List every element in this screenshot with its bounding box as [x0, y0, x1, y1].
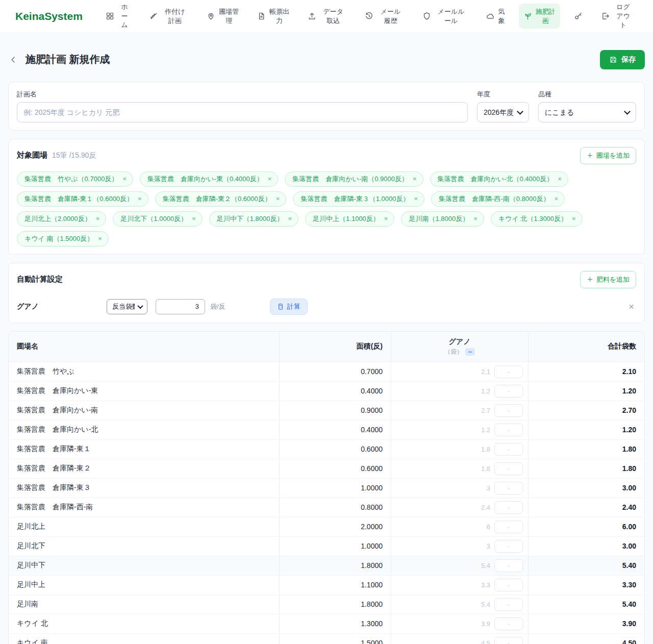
variety-select-wrap: にこまる [538, 102, 636, 122]
calc-method-select[interactable]: 反当袋数 [107, 299, 147, 314]
table-row: 集落営農 倉庫向かい-南 0.9000 2.7 2.70 [9, 401, 644, 420]
row-area: 1.0000 [279, 537, 391, 556]
nav-item-label: 帳票出力 [269, 7, 289, 25]
row-guano-cell: 3 [391, 479, 528, 498]
row-override-input[interactable] [494, 462, 523, 475]
target-fields-summary: 15筆 /15.90反 [52, 151, 96, 160]
remove-chip-icon[interactable]: × [268, 176, 272, 182]
header-total-bags: 合計袋数 [528, 332, 644, 362]
plan-name-input[interactable] [17, 102, 468, 122]
row-override-input[interactable] [494, 365, 523, 378]
year-select[interactable]: 2026年度 [477, 102, 529, 122]
variety-select[interactable]: にこまる [538, 102, 636, 122]
header-field-name: 圃場名 [9, 332, 279, 362]
field-chip-label: 集落営農 倉庫隣-東１（0.6000反） [24, 194, 133, 204]
row-guano-cell: 3.3 [391, 576, 528, 595]
row-override-input[interactable] [494, 404, 523, 417]
nav-item-history[interactable]: メール履歴 [360, 4, 408, 29]
add-field-button[interactable]: 圃場を追加 [580, 147, 636, 164]
row-override-input[interactable] [494, 424, 523, 436]
row-override-input[interactable] [494, 540, 523, 553]
remove-chip-icon[interactable]: × [288, 215, 292, 222]
row-guano-cell: 2.4 [391, 498, 528, 517]
row-override-input[interactable] [494, 443, 523, 456]
row-override-input[interactable] [494, 521, 523, 533]
nav-item-map-pin[interactable]: 圃場管理 [202, 4, 243, 29]
nav-item-upload[interactable]: データ取込 [303, 4, 351, 29]
nav-item-logout[interactable]: ログアウト [596, 0, 638, 33]
nav-item-shield[interactable]: メールルール [418, 4, 472, 29]
row-total-bags: 1.80 [528, 459, 644, 478]
field-chip: 集落営農 倉庫向かい-北（0.4000反） × [430, 171, 568, 187]
nav-item-document[interactable]: 帳票出力 [253, 4, 294, 29]
auto-calc-title: 自動計算設定 [17, 275, 63, 284]
field-chip-label: キウイ 北（1.3000反） [498, 214, 567, 224]
table-row: 集落営農 倉庫隣-東１ 0.6000 1.8 1.80 [9, 439, 644, 459]
row-area: 0.4000 [279, 420, 391, 439]
nav-item-cloud[interactable]: 気象 [482, 4, 510, 29]
field-chip: 集落営農 倉庫隣-東２（0.6000反） × [155, 191, 287, 207]
field-chip-label: 集落営農 倉庫向かい-東（0.4000反） [147, 175, 263, 184]
plus-icon [587, 152, 593, 159]
back-chevron-icon[interactable] [8, 55, 18, 65]
header-area: 面積(反) [279, 332, 391, 362]
row-guano-cell: 2.7 [391, 401, 528, 420]
nav-item-wheat[interactable]: 作付け計画 [145, 4, 193, 29]
remove-chip-icon[interactable]: × [138, 195, 142, 202]
calculate-button[interactable]: 計算 [270, 299, 308, 315]
page-title: 施肥計画 新規作成 [26, 53, 110, 66]
add-fertilizer-button[interactable]: 肥料を追加 [580, 271, 636, 288]
remove-fertilizer-icon[interactable]: × [629, 302, 636, 311]
remove-chip-icon[interactable]: × [192, 215, 196, 222]
plan-form-card: 計画名 年度 2026年度 品種 にこまる [8, 82, 645, 131]
cloud-icon [486, 12, 495, 20]
remove-chip-icon[interactable]: × [572, 215, 576, 222]
remove-chip-icon[interactable]: × [473, 215, 478, 222]
remove-chip-icon[interactable]: × [554, 195, 558, 202]
nav-item-label: メールルール [435, 7, 468, 25]
field-chip: 集落営農 倉庫隣-東３（1.0000反） × [293, 191, 424, 207]
row-override-input[interactable] [494, 617, 523, 630]
map-pin-icon [207, 12, 215, 20]
nav-item-label: メール履歴 [377, 7, 404, 25]
remove-chip-icon[interactable]: × [276, 195, 280, 202]
nav-item-seedling[interactable]: 施肥計画 [519, 4, 560, 29]
row-override-input[interactable] [494, 579, 523, 591]
add-fertilizer-button-label: 肥料を追加 [596, 275, 630, 284]
row-auto-value: 3 [487, 484, 490, 492]
row-override-input[interactable] [494, 559, 523, 572]
row-override-input[interactable] [494, 637, 523, 644]
row-guano-cell: 5.4 [391, 595, 528, 614]
bags-per-tan-unit: 袋/反 [210, 302, 225, 311]
remove-chip-icon[interactable]: × [122, 176, 127, 182]
row-field-name: 集落営農 倉庫隣-西-南 [9, 498, 279, 517]
row-override-input[interactable] [494, 598, 523, 611]
row-total-bags: 3.00 [528, 537, 644, 556]
remove-chip-icon[interactable]: × [414, 195, 418, 202]
table-row: 足川北下 1.0000 3 3.00 [9, 536, 644, 556]
table-row: 足川南 1.8000 5.4 5.40 [9, 595, 644, 614]
row-override-input[interactable] [494, 385, 523, 398]
remove-chip-icon[interactable]: × [558, 176, 562, 182]
row-guano-cell: 2.1 [391, 362, 528, 381]
calculator-icon [277, 303, 284, 310]
save-button[interactable]: 保存 [600, 50, 645, 69]
plan-name-label: 計画名 [17, 90, 468, 99]
remove-chip-icon[interactable]: × [413, 176, 417, 182]
bags-per-tan-input[interactable] [156, 299, 205, 314]
row-override-input[interactable] [494, 501, 523, 514]
page-header: 施肥計画 新規作成 保存 [8, 46, 645, 73]
logout-icon [601, 12, 610, 20]
nav-item-home-grid[interactable]: ホーム [101, 0, 136, 33]
row-guano-cell: 6 [391, 517, 528, 536]
header-guano-name: グアノ [449, 337, 471, 346]
remove-chip-icon[interactable]: × [384, 215, 388, 222]
year-label: 年度 [477, 90, 529, 99]
row-guano-cell: 1.2 [391, 382, 528, 401]
row-area: 1.0000 [279, 479, 391, 498]
remove-chip-icon[interactable]: × [98, 235, 102, 242]
row-field-name: キウイ 北 [9, 614, 279, 633]
nav-item-key[interactable] [569, 8, 587, 24]
row-override-input[interactable] [494, 482, 523, 494]
remove-chip-icon[interactable]: × [96, 215, 100, 222]
